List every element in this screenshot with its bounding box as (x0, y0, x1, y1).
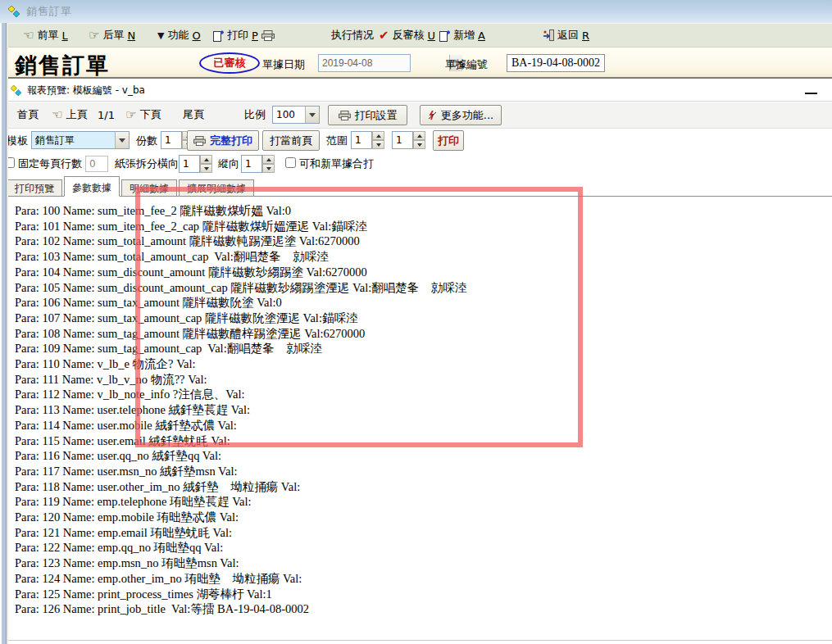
printer-icon (193, 136, 206, 146)
tab-print-preview[interactable]: 打印預覽 (7, 179, 62, 196)
add-new-label: 新增 (453, 28, 475, 43)
date-input[interactable] (319, 55, 449, 71)
template-row: 模板 銷售訂單 份數 1 完整打印 打當前頁 范圍 1 (0, 129, 832, 152)
fixed-lines-label: 固定每頁行數 (18, 156, 82, 171)
print-range-button[interactable]: 打印 (433, 130, 464, 151)
last-page-button[interactable]: 尾頁 (180, 102, 207, 127)
page-indicator: 1/1 (95, 102, 117, 127)
spin-up[interactable] (262, 155, 275, 164)
range-to-stepper[interactable]: 1 (392, 131, 425, 149)
spin-up[interactable] (200, 155, 212, 164)
param-line: Para: 109 Name: sum_tag_amount_cap Val:翻… (15, 341, 832, 356)
full-print-button[interactable]: 完整打印 (187, 130, 259, 151)
hotkey: O (192, 29, 200, 42)
split-vertical-label: 縱向 (218, 156, 239, 171)
spin-down[interactable] (372, 140, 384, 149)
template-label: 模板 (7, 134, 28, 148)
range-from-stepper[interactable]: 1 (351, 131, 384, 149)
functions-button[interactable]: ▼ 功能O (154, 24, 204, 47)
functions-label: 功能 (167, 28, 189, 43)
preview-nav: 首頁 ☜ 上頁 1/1 ☞ 下頁 尾頁 比例 100 (0, 102, 832, 129)
date-label: 單據日期 (262, 57, 305, 72)
param-line: Para: 105 Name: sum_discount_amount_cap … (15, 280, 832, 296)
print-button[interactable]: 打印P (210, 24, 278, 47)
spin-down[interactable] (413, 140, 425, 149)
template-select[interactable]: 銷售訂單 (31, 131, 130, 149)
execution-status-button[interactable]: 执行情况 (328, 24, 377, 47)
spin-up[interactable] (413, 131, 425, 140)
minimize-icon[interactable] (805, 93, 817, 94)
date-field[interactable] (318, 54, 411, 72)
spin-up[interactable] (372, 131, 384, 140)
prev-doc-button[interactable]: ☜ 前單L (20, 24, 71, 47)
fixed-lines-field[interactable]: 0 (85, 156, 108, 172)
chevron-down-icon[interactable] (115, 132, 129, 148)
merge-print-label: 可和新單據合打 (299, 156, 374, 171)
param-line: Para: 126 Name: print_job_title Val:等擂 B… (15, 601, 832, 617)
chevron-down-icon[interactable] (305, 107, 319, 123)
param-line: Para: 121 Name: emp.email 珛昢墊蚘眊 Val: (15, 525, 832, 541)
param-line: Para: 104 Name: sum_discount_amount 隴牉磁數… (15, 265, 832, 280)
unapprove-button[interactable]: ✔ 反審核U (375, 24, 439, 47)
hotkey: N (127, 29, 135, 42)
spin-down[interactable] (262, 164, 275, 173)
param-line: Para: 115 Name: user.email 絨釺墊蚘眊 Val: (15, 433, 832, 449)
report-preview-panel: 報表預覽: 模板編號 - v_ba 首頁 ☜ 上頁 1/1 ☞ 下頁 尾頁 比例… (0, 79, 832, 644)
options-row: 固定每頁行數 0 紙張拆分橫向 1 縱向 1 可和新單據合打 (0, 152, 832, 175)
param-line: Para: 122 Name: emp.qq_no 珛昢墊qq Val: (15, 540, 832, 556)
param-line: Para: 101 Name: sum_item_fee_2_cap 隴牉磁數煤… (15, 219, 832, 234)
hotkey: P (252, 29, 258, 42)
param-line: Para: 111 Name: v_lb_v_no 物流?? Val: (15, 372, 832, 388)
red-check-icon: ✔ (379, 28, 389, 43)
tab-detail-data[interactable]: 明細數據 (121, 179, 177, 196)
page-title: 銷售訂單 (15, 51, 110, 80)
preview-icon (11, 85, 21, 96)
param-line: Para: 107 Name: sum_tax_amount_cap 隴牉磁數阭… (15, 311, 832, 326)
print-setup-button[interactable]: 打印設置 (328, 105, 407, 125)
split-vertical-stepper[interactable]: 1 (241, 155, 275, 173)
param-line: Para: 100 Name: sum_item_fee_2 隴牉磁數煤蚚媼 V… (15, 203, 832, 219)
scale-select[interactable]: 100 (272, 106, 320, 124)
hotkey: A (478, 29, 485, 42)
param-line: Para: 103 Name: sum_total_amount_cap Val… (15, 249, 832, 265)
param-line: Para: 120 Name: emp.mobile 珛昢墊忒儂 Val: (15, 510, 832, 525)
hand-right-icon: ☞ (89, 28, 99, 43)
param-line: Para: 102 Name: sum_total_amount 隴牉磁數軘踢湮… (15, 234, 832, 249)
printer-icon (261, 30, 275, 41)
return-button[interactable]: 返回R (539, 24, 593, 47)
docno-input[interactable] (507, 54, 605, 72)
prev-doc-label: 前單 (37, 28, 58, 43)
first-page-button[interactable]: 首頁 (15, 102, 41, 127)
hotkey: U (428, 29, 436, 42)
execution-status-label: 执行情况 (331, 28, 374, 43)
param-line: Para: 114 Name: user.mobile 絨釺墊忒儂 Val: (15, 418, 832, 433)
tab-parameter-data[interactable]: 參數數據 (64, 176, 120, 197)
merge-print-checkbox[interactable] (285, 157, 296, 168)
next-page-button[interactable]: ☞ 下頁 (123, 102, 163, 127)
add-new-button[interactable]: 新增A (436, 24, 489, 47)
document-header: 銷售訂單 已審核 單據日期 單據編號 (0, 48, 832, 79)
return-label: 返回 (557, 28, 579, 43)
exit-icon (543, 29, 554, 41)
tab-extended-detail-data[interactable]: 擴展明細數據 (179, 179, 254, 196)
param-line: Para: 119 Name: emp.telephone 珛昢墊萇趕 Val: (15, 494, 832, 510)
param-line: Para: 113 Name: user.telephone 絨釺墊萇趕 Val… (15, 402, 832, 418)
param-line: Para: 124 Name: emp.other_im_no 珛昢墊 坳粒捅瘍… (15, 571, 832, 587)
param-line: Para: 106 Name: sum_tax_amount 隴牉磁數阭塗 Va… (15, 295, 832, 311)
next-doc-button[interactable]: ☞ 后單N (85, 24, 139, 47)
print-current-page-button[interactable]: 打當前頁 (262, 130, 320, 151)
split-horizontal-stepper[interactable]: 1 (179, 155, 212, 173)
tab-strip: 打印預覽 參數數據 明細數據 擴展明細數據 (0, 175, 832, 197)
hand-left-icon: ☜ (52, 107, 62, 122)
window-titlebar: 銷售訂單 (0, 0, 832, 23)
spin-down[interactable] (200, 164, 212, 173)
hand-right-icon: ☞ (125, 107, 136, 122)
bottom-divider (0, 640, 832, 641)
param-line: Para: 116 Name: user.qq_no 絨釺墊qq Val: (15, 448, 832, 464)
copies-label: 份數 (136, 134, 157, 148)
arrow-down-icon: ▼ (157, 30, 164, 41)
prev-page-button[interactable]: ☜ 上頁 (49, 102, 89, 127)
docno-label: 單據編號 (445, 57, 488, 72)
scale-label: 比例 (242, 102, 268, 127)
more-functions-button[interactable]: 更多功能... (420, 105, 502, 125)
